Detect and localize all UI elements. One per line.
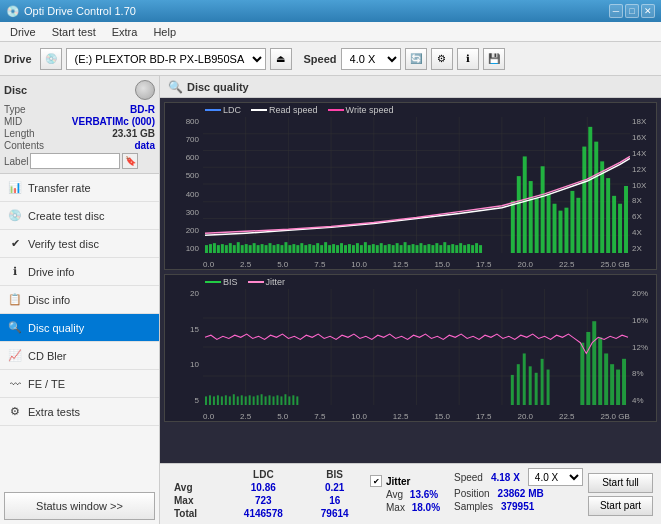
svg-rect-137 — [280, 396, 282, 405]
stats-avg-label: Avg — [168, 481, 223, 494]
sidebar-item-transfer-rate[interactable]: 📊 Transfer rate — [0, 174, 159, 202]
jitter-max-label: Max — [386, 502, 405, 513]
sidebar-item-extra-tests[interactable]: ⚙ Extra tests — [0, 398, 159, 426]
x-label-5: 5.0 — [277, 260, 288, 269]
jitter-header-row: ✔ Jitter — [370, 475, 450, 487]
stats-table: LDC BIS Avg 10.86 0.21 Max 723 — [168, 468, 366, 520]
svg-rect-32 — [269, 243, 272, 253]
sidebar-item-verify-test-disc[interactable]: ✔ Verify test disc — [0, 230, 159, 258]
close-button[interactable]: ✕ — [641, 4, 655, 18]
speed-row: Speed 4.18 X 4.0 X — [454, 468, 584, 486]
bis-y-5: 5 — [195, 396, 199, 405]
settings-button[interactable]: ⚙ — [431, 48, 453, 70]
svg-rect-156 — [622, 359, 626, 405]
speed-select-stats[interactable]: 4.0 X — [528, 468, 583, 486]
eject-button[interactable]: ⏏ — [270, 48, 292, 70]
svg-rect-65 — [400, 245, 403, 253]
start-full-button[interactable]: Start full — [588, 473, 653, 493]
svg-rect-88 — [523, 156, 527, 253]
svg-rect-125 — [233, 394, 235, 405]
svg-rect-73 — [431, 245, 434, 253]
svg-rect-41 — [304, 245, 307, 253]
svg-rect-138 — [284, 394, 286, 405]
bis-y-20: 20 — [190, 289, 199, 298]
bis-y-right-20: 20% — [632, 289, 648, 298]
menu-help[interactable]: Help — [147, 24, 182, 40]
menu-start-test[interactable]: Start test — [46, 24, 102, 40]
save-button[interactable]: 💾 — [483, 48, 505, 70]
svg-rect-40 — [300, 243, 303, 253]
start-part-button[interactable]: Start part — [588, 496, 653, 516]
window-controls[interactable]: ─ □ ✕ — [609, 4, 655, 18]
drive-label: Drive — [4, 53, 32, 65]
svg-rect-19 — [217, 245, 220, 253]
maximize-button[interactable]: □ — [625, 4, 639, 18]
disc-label-input[interactable] — [30, 153, 120, 169]
stats-total-label: Total — [168, 507, 223, 520]
svg-rect-149 — [580, 343, 584, 405]
x-label-10: 10.0 — [351, 260, 367, 269]
main-area: Disc Type BD-R MID VERBATIMc (000) Lengt… — [0, 76, 661, 524]
stats-row-max: Max 723 16 — [168, 494, 366, 507]
speed-select[interactable]: 4.0 X — [341, 48, 401, 70]
svg-rect-148 — [547, 370, 550, 405]
svg-rect-81 — [463, 245, 466, 253]
y-label-800: 800 — [186, 117, 199, 126]
bis-x-22-5: 22.5 — [559, 412, 575, 421]
svg-rect-90 — [535, 198, 539, 253]
svg-rect-86 — [511, 201, 515, 253]
svg-rect-78 — [451, 244, 454, 253]
position-row: Position 23862 MB — [454, 488, 584, 499]
sidebar-item-create-test-disc[interactable]: 💿 Create test disc — [0, 202, 159, 230]
svg-rect-35 — [280, 245, 283, 253]
svg-rect-30 — [261, 244, 264, 253]
svg-rect-37 — [288, 245, 291, 253]
disc-mid-row: MID VERBATIMc (000) — [4, 116, 155, 127]
menu-drive[interactable]: Drive — [4, 24, 42, 40]
jitter-avg-label: Avg — [386, 489, 403, 500]
sidebar-item-label: Disc info — [28, 294, 70, 306]
toolbar: Drive 💿 (E:) PLEXTOR BD-R PX-LB950SA 1.0… — [0, 42, 661, 76]
svg-rect-18 — [213, 243, 216, 253]
svg-rect-24 — [237, 242, 240, 253]
svg-rect-28 — [253, 243, 256, 253]
sidebar-item-disc-info[interactable]: 📋 Disc info — [0, 286, 159, 314]
sidebar-item-fe-te[interactable]: 〰 FE / TE — [0, 370, 159, 398]
svg-rect-46 — [324, 242, 327, 253]
y-label-500: 500 — [186, 171, 199, 180]
menu-extra[interactable]: Extra — [106, 24, 144, 40]
y-label-600: 600 — [186, 153, 199, 162]
disc-label-button[interactable]: 🔖 — [122, 153, 138, 169]
disc-type-value: BD-R — [130, 104, 155, 115]
jitter-avg-value: 13.6% — [410, 489, 438, 500]
svg-rect-57 — [368, 245, 371, 253]
drive-select[interactable]: (E:) PLEXTOR BD-R PX-LB950SA 1.06 — [66, 48, 266, 70]
sidebar-item-cd-bler[interactable]: 📈 CD Bler — [0, 342, 159, 370]
drive-icon-button[interactable]: 💿 — [40, 48, 62, 70]
svg-rect-49 — [336, 245, 339, 253]
write-speed-legend: Write speed — [328, 105, 394, 115]
write-speed-legend-label: Write speed — [346, 105, 394, 115]
disc-mid-value: VERBATIMc (000) — [72, 116, 155, 127]
status-window-button[interactable]: Status window >> — [4, 492, 155, 520]
bis-x-15: 15.0 — [434, 412, 450, 421]
disc-contents-label: Contents — [4, 140, 44, 151]
sidebar-item-disc-quality[interactable]: 🔍 Disc quality — [0, 314, 159, 342]
svg-rect-27 — [249, 245, 252, 253]
refresh-button[interactable]: 🔄 — [405, 48, 427, 70]
info-button[interactable]: ℹ — [457, 48, 479, 70]
svg-rect-87 — [517, 176, 521, 253]
svg-rect-134 — [269, 395, 271, 405]
disc-thumbnail — [135, 80, 155, 100]
sidebar-item-drive-info[interactable]: ℹ Drive info — [0, 258, 159, 286]
minimize-button[interactable]: ─ — [609, 4, 623, 18]
svg-rect-67 — [408, 245, 411, 253]
svg-rect-122 — [221, 396, 223, 405]
jitter-checkbox[interactable]: ✔ — [370, 475, 382, 487]
disc-panel-title: Disc — [4, 84, 27, 96]
y-label-right-14x: 14X — [632, 149, 646, 158]
col-ldc: LDC — [223, 468, 303, 481]
svg-rect-133 — [265, 396, 267, 405]
svg-rect-97 — [576, 198, 580, 253]
svg-rect-26 — [245, 244, 248, 253]
